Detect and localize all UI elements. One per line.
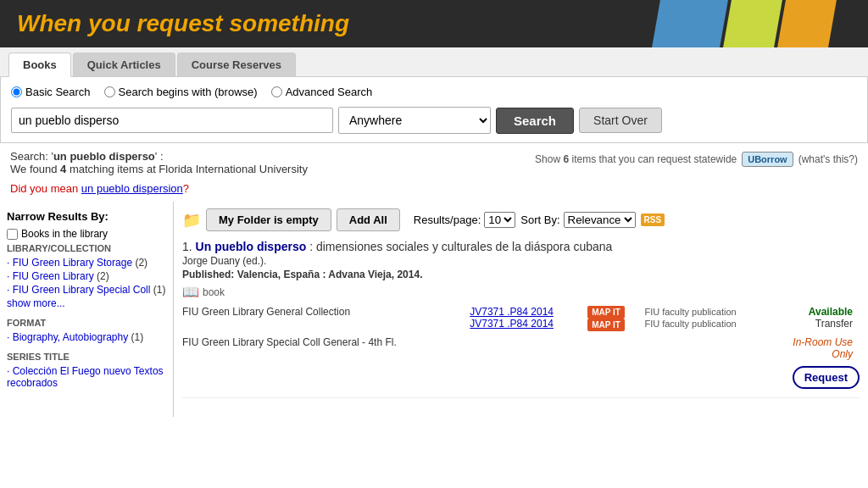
whats-this[interactable]: (what's this?) bbox=[798, 153, 858, 165]
sidebar-title: Narrow Results By: bbox=[7, 210, 166, 223]
facet-item-special[interactable]: · FIU Green Library Special Coll (1) bbox=[7, 284, 166, 296]
page-header: When you request something bbox=[0, 0, 868, 47]
holding-location-2: FIU Green Library Special Coll General -… bbox=[182, 334, 470, 363]
holding-pub-label-2 bbox=[644, 334, 772, 363]
holding-row-1: FIU Green Library General Collection JV7… bbox=[182, 303, 860, 334]
facet-title-library: Library/Collection bbox=[7, 243, 166, 253]
radio-advanced-search[interactable]: Advanced Search bbox=[271, 86, 373, 98]
radio-basic-search[interactable]: Basic Search bbox=[11, 86, 91, 98]
search-row: Anywhere Title Author Subject Call Numbe… bbox=[11, 107, 857, 134]
holding-location-1: FIU Green Library General Collection bbox=[182, 303, 470, 334]
facet-group-library: Library/Collection · FIU Green Library S… bbox=[7, 243, 166, 309]
result-title-1: 1. Un pueblo disperso : dimensiones soci… bbox=[182, 240, 860, 253]
uborrow-badge[interactable]: UBorrow bbox=[742, 152, 793, 167]
sort-by-select[interactable]: Relevance Date Title Author bbox=[564, 212, 636, 228]
holdings-table-1: FIU Green Library General Collection JV7… bbox=[182, 303, 860, 363]
search-button[interactable]: Search bbox=[496, 108, 574, 134]
request-button-1[interactable]: Request bbox=[793, 366, 860, 389]
books-in-library-filter[interactable]: Books in the library bbox=[7, 228, 166, 240]
facet-item-green[interactable]: · FIU Green Library (2) bbox=[7, 270, 166, 282]
tab-bar: Books Quick Articles Course Reserves bbox=[0, 47, 868, 77]
tab-books[interactable]: Books bbox=[8, 53, 71, 77]
result-author-1: Jorge Duany (ed.). bbox=[182, 255, 860, 267]
book-icon: 📖 bbox=[182, 284, 199, 300]
start-over-button[interactable]: Start Over bbox=[579, 108, 662, 133]
location-select[interactable]: Anywhere Title Author Subject Call Numbe… bbox=[338, 107, 491, 134]
result-type-1: 📖 book bbox=[182, 284, 860, 300]
holding-callnum-2 bbox=[470, 334, 587, 363]
facet-title-series: Series Title bbox=[7, 352, 166, 362]
map-it-button-1b[interactable]: MAP IT bbox=[587, 319, 625, 331]
my-folder-button[interactable]: My Folder is empty bbox=[206, 208, 331, 231]
request-area: Request bbox=[182, 366, 860, 389]
search-type-group: Basic Search Search begins with (browse)… bbox=[11, 86, 857, 98]
folder-icon: 📁 bbox=[182, 211, 201, 230]
facet-item-coleccion[interactable]: · Colección El Fuego nuevo Textos recobr… bbox=[7, 365, 166, 389]
results-per-page: Results/page: 10 20 50 bbox=[414, 212, 516, 228]
main-content: Narrow Results By: Books in the library … bbox=[0, 202, 868, 417]
result-title-link-1[interactable]: Un pueblo disperso bbox=[196, 240, 307, 253]
holding-status-1: Available Transfer bbox=[773, 303, 860, 334]
holding-status-2: In-Room Use Only bbox=[773, 334, 860, 363]
facet-group-series: Series Title · Colección El Fuego nuevo … bbox=[7, 352, 166, 389]
radio-browse-search[interactable]: Search begins with (browse) bbox=[104, 86, 258, 98]
call-number-link-1a[interactable]: JV7371 .P84 2014 bbox=[470, 306, 554, 318]
map-it-button-1a[interactable]: MAP IT bbox=[587, 306, 625, 319]
search-input[interactable] bbox=[11, 108, 333, 133]
facet-title-format: Format bbox=[7, 318, 166, 328]
result-item-1: 1. Un pueblo disperso : dimensiones soci… bbox=[182, 240, 860, 398]
holding-mapit-2 bbox=[587, 334, 644, 363]
result-pub-1: Published: Valencia, España : Advana Vie… bbox=[182, 269, 860, 280]
sort-by: Sort By: Relevance Date Title Author bbox=[520, 212, 635, 228]
results-header: Show 6 items that you can request statew… bbox=[0, 143, 868, 179]
page-title: When you request something bbox=[17, 10, 851, 37]
did-you-mean-link[interactable]: un pueblo dispersion bbox=[81, 182, 183, 195]
did-you-mean: Did you mean un pueblo dispersion? bbox=[0, 179, 868, 202]
holding-row-2: FIU Green Library Special Coll General -… bbox=[182, 334, 860, 363]
statewide-text: Show 6 items that you can request statew… bbox=[535, 153, 737, 165]
per-page-select[interactable]: 10 20 50 bbox=[484, 212, 515, 228]
show-more-library[interactable]: show more... bbox=[7, 297, 166, 309]
facet-item-storage[interactable]: · FIU Green Library Storage (2) bbox=[7, 257, 166, 269]
radio-advanced-input[interactable] bbox=[271, 86, 282, 97]
holding-pub-label-1: FIU faculty publication FIU faculty publ… bbox=[644, 303, 772, 334]
add-all-button[interactable]: Add All bbox=[337, 208, 400, 231]
tab-course-reserves[interactable]: Course Reserves bbox=[177, 53, 296, 76]
facet-group-format: Format · Biography, Autobiography (1) bbox=[7, 318, 166, 343]
radio-browse-input[interactable] bbox=[104, 86, 115, 97]
statewide-bar: Show 6 items that you can request statew… bbox=[535, 152, 858, 167]
sidebar: Narrow Results By: Books in the library … bbox=[0, 202, 174, 417]
tab-quick-articles[interactable]: Quick Articles bbox=[73, 53, 175, 76]
holding-mapit-1: MAP IT MAP IT bbox=[587, 303, 644, 334]
radio-basic-input[interactable] bbox=[11, 86, 22, 97]
facet-item-biography[interactable]: · Biography, Autobiography (1) bbox=[7, 331, 166, 343]
call-number-link-1b[interactable]: JV7371 .P84 2014 bbox=[470, 318, 554, 330]
holding-callnum-1: JV7371 .P84 2014 JV7371 .P84 2014 bbox=[470, 303, 587, 334]
results-pane: 📁 My Folder is empty Add All Results/pag… bbox=[174, 202, 868, 417]
books-in-library-checkbox[interactable] bbox=[7, 229, 18, 240]
search-area: Basic Search Search begins with (browse)… bbox=[0, 77, 868, 143]
results-toolbar: 📁 My Folder is empty Add All Results/pag… bbox=[182, 208, 860, 231]
rss-badge[interactable]: RSS bbox=[641, 214, 665, 226]
